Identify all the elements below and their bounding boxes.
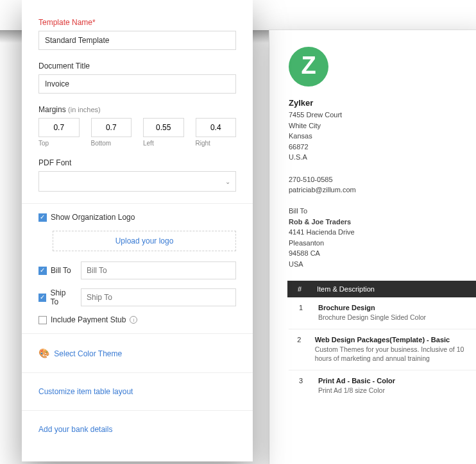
bill-to-input[interactable] xyxy=(81,261,236,279)
show-logo-label: Show Organization Logo xyxy=(51,213,135,222)
payment-stub-checkbox[interactable] xyxy=(38,316,47,324)
upload-logo-button[interactable]: Upload your logo xyxy=(53,231,236,251)
ship-to-input[interactable] xyxy=(81,288,236,306)
divider xyxy=(22,372,253,373)
org-address-block: Zylker 7455 Drew Court White City Kansas… xyxy=(289,98,476,163)
customize-table-link[interactable]: Customize item table layout xyxy=(38,387,133,396)
chevron-down-icon: ⌄ xyxy=(225,178,230,185)
bank-details-link[interactable]: Add your bank details xyxy=(38,425,112,434)
payment-stub-label: Include Payment Stub xyxy=(51,315,126,324)
select-color-theme-link[interactable]: Select Color Theme xyxy=(54,349,122,358)
bill-to-name: Rob & Joe Traders xyxy=(289,217,476,228)
table-row: 3 Print Ad - Basic - Color Print Ad 1/8 … xyxy=(289,370,476,402)
margin-top-input[interactable] xyxy=(38,118,80,137)
margins-label: Margins (in inches) xyxy=(38,105,236,114)
margin-right-input[interactable] xyxy=(196,118,237,137)
bill-to-block: Bill To Rob & Joe Traders 4141 Hacienda … xyxy=(289,207,476,270)
template-name-label: Template Name* xyxy=(38,18,236,27)
org-contact-block: 270-510-0585 patriciab@zillum.com xyxy=(289,174,476,195)
margin-left-input[interactable] xyxy=(143,118,184,137)
show-logo-checkbox[interactable] xyxy=(38,213,47,222)
pdf-font-select[interactable]: ⌄ xyxy=(38,171,236,192)
items-table-header: # Item & Description xyxy=(287,281,476,297)
template-settings-panel: Template Name* Document Title Margins (i… xyxy=(22,0,253,461)
bill-to-checkbox[interactable] xyxy=(38,267,47,275)
invoice-preview: Z Zylker 7455 Drew Court White City Kans… xyxy=(269,30,476,464)
ship-to-label: Ship To xyxy=(50,288,74,306)
pdf-font-label: PDF Font xyxy=(38,158,236,167)
template-name-input[interactable] xyxy=(38,31,236,50)
ship-to-checkbox[interactable] xyxy=(38,294,46,302)
document-title-label: Document Title xyxy=(38,62,236,70)
divider xyxy=(22,410,253,411)
table-row: 1 Brochure Design Brochure Design Single… xyxy=(289,297,476,329)
divider xyxy=(22,203,253,204)
bill-to-heading: Bill To xyxy=(289,207,476,215)
info-icon[interactable]: i xyxy=(130,316,137,324)
palette-icon: 🎨 xyxy=(38,348,49,358)
bill-to-label: Bill To xyxy=(51,266,71,275)
org-logo: Z xyxy=(289,47,328,87)
document-title-input[interactable] xyxy=(38,74,236,94)
divider xyxy=(22,333,253,334)
table-row: 2 Web Design Packages(Template) - Basic … xyxy=(289,329,476,370)
org-name: Zylker xyxy=(289,98,476,108)
margin-bottom-input[interactable] xyxy=(91,118,132,137)
